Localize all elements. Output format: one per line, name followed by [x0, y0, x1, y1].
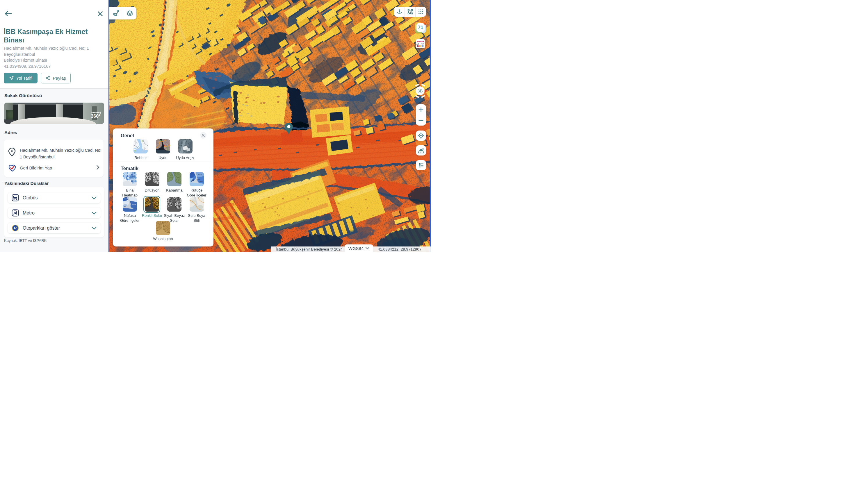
svg-text:SARIYER: SARIYER	[191, 173, 194, 175]
svg-text:P: P	[14, 226, 16, 230]
svg-text:KADIKÖY: KADIKÖY	[199, 181, 203, 182]
svg-text:3B: 3B	[418, 89, 423, 93]
svg-text:SARIYER: SARIYER	[124, 199, 127, 200]
svg-text:KASIM: KASIM	[158, 224, 161, 225]
svg-text:ÜSKÜDAR: ÜSKÜDAR	[132, 204, 136, 205]
svg-text:FATİH: FATİH	[194, 205, 197, 207]
svg-text:ÜSKÜDAR: ÜSKÜDAR	[196, 179, 200, 180]
